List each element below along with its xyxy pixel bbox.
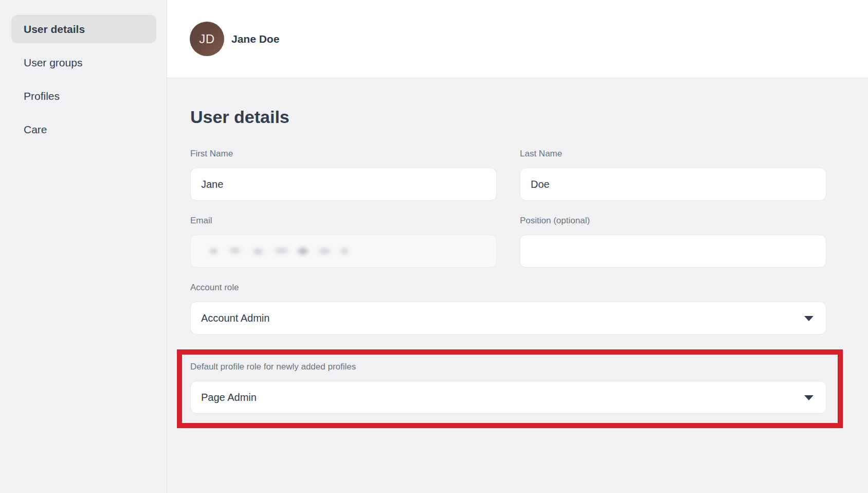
default-profile-role-group: Default profile role for newly added pro… [190,362,826,414]
account-role-group: Account role Account Admin [190,283,826,334]
last-name-label: Last Name [520,149,826,159]
first-name-label: First Name [190,149,497,159]
sidebar-item-label: Care [24,124,47,136]
position-group: Position (optional) [520,216,826,268]
app-window: User details User groups Profiles Care J… [0,0,868,493]
sidebar-item-label: User groups [24,57,82,69]
sidebar-item-label: User details [24,23,85,36]
avatar-initials: JD [199,32,214,46]
account-role-label: Account role [190,283,826,293]
sidebar-item-user-details[interactable]: User details [11,15,156,43]
email-label: Email [190,216,497,226]
default-profile-role-value: Page Admin [201,392,257,403]
first-name-input[interactable] [190,168,497,201]
default-profile-role-select[interactable]: Page Admin [190,381,826,414]
page-title: User details [190,107,826,127]
caret-down-icon [804,316,813,321]
account-role-value: Account Admin [201,312,269,324]
last-name-input[interactable] [520,168,826,201]
first-name-group: First Name [190,149,497,201]
email-group: Email [190,216,497,268]
email-input-disabled [190,235,497,268]
avatar: JD [190,22,224,56]
sidebar-item-profiles[interactable]: Profiles [11,82,156,110]
main-panel: JD Jane Doe User details First Name Last… [167,0,868,493]
email-redacted-blur [201,247,355,255]
position-label: Position (optional) [520,216,826,226]
position-input[interactable] [520,235,826,268]
user-name: Jane Doe [231,33,279,45]
sidebar-item-label: Profiles [24,90,60,102]
content-area: User details First Name Last Name Em [167,78,868,493]
caret-down-icon [804,395,813,400]
default-profile-role-label: Default profile role for newly added pro… [190,362,826,372]
last-name-group: Last Name [520,149,826,201]
sidebar-item-user-groups[interactable]: User groups [11,48,156,77]
sidebar-item-care[interactable]: Care [11,115,156,144]
highlight-red-box: Default profile role for newly added pro… [177,349,843,428]
user-header: JD Jane Doe [167,0,868,78]
settings-sidebar: User details User groups Profiles Care [0,0,167,493]
account-role-select[interactable]: Account Admin [190,302,826,334]
